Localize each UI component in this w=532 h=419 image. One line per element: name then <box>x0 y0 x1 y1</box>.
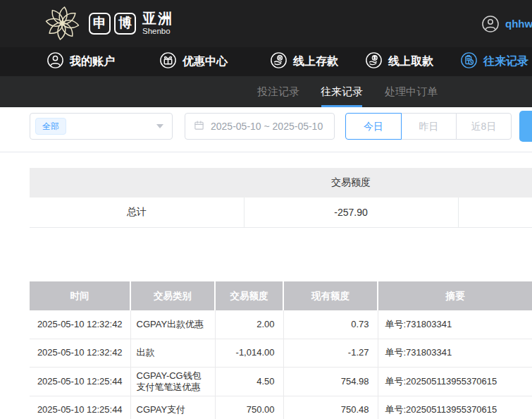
cell-balance: 0.73 <box>283 310 378 339</box>
cell-summary: 单号:202505113955370615 <box>378 396 532 419</box>
col-header-time: 时间 <box>30 281 130 310</box>
logo[interactable]: 申 博 亚洲 Shenbo <box>42 4 173 43</box>
user-avatar-icon <box>481 15 500 33</box>
summary-header-row: 交易额度 <box>30 168 532 198</box>
logo-subtitle: Shenbo <box>142 28 173 36</box>
cell-summary: 单号:731803341 <box>378 310 532 339</box>
logo-char-bo: 博 <box>114 13 136 35</box>
selected-type-tag: 全部 <box>35 118 66 135</box>
nav-item-transactions[interactable]: 往来记录 <box>460 47 528 76</box>
nav-item-label: 线上取款 <box>388 54 433 69</box>
summary-total-label: 总计 <box>30 198 244 227</box>
top-header: 申 博 亚洲 Shenbo qhhw <box>0 0 532 47</box>
cell-type: CGPAY出款优惠 <box>130 310 215 339</box>
account-icon <box>47 51 64 72</box>
summary-header-amount: 交易额度 <box>244 168 458 198</box>
col-header-amount: 交易额度 <box>215 281 283 310</box>
search-button[interactable] <box>519 111 532 142</box>
cell-balance: 750.48 <box>283 396 378 419</box>
records-icon <box>460 51 478 72</box>
tab-transaction-records[interactable]: 往来记录 <box>321 76 363 107</box>
summary-total-value: -257.90 <box>244 198 458 227</box>
summary-empty-cell <box>458 198 532 227</box>
cell-type: 出款 <box>130 339 215 367</box>
nav-item-deposit[interactable]: 线上存款 <box>270 47 338 76</box>
main-nav: 我的账户 优惠中心 <box>0 47 532 76</box>
cell-amount: 2.00 <box>215 310 283 339</box>
col-header-balance: 现有额度 <box>283 281 378 310</box>
user-menu[interactable]: qhhw <box>481 0 532 47</box>
calendar-icon <box>194 120 204 133</box>
table-header-row: 时间 交易类别 交易额度 现有额度 摘要 <box>30 281 532 310</box>
transactions-table: 时间 交易类别 交易额度 现有额度 摘要 2025-05-10 12:32:42… <box>30 281 532 419</box>
cell-time: 2025-05-10 12:32:42 <box>30 310 130 339</box>
nav-item-label: 往来记录 <box>483 54 528 69</box>
cell-time: 2025-05-10 12:32:42 <box>30 339 130 367</box>
summary-header-empty <box>458 168 532 198</box>
cell-summary: 单号:731803341 <box>378 339 532 367</box>
table-row: 2025-05-10 12:25:44 CGPAY支付 750.00 750.4… <box>30 396 532 419</box>
cell-balance: -1.27 <box>283 339 378 367</box>
table-row: 2025-05-10 12:32:42 CGPAY出款优惠 2.00 0.73 … <box>30 310 532 339</box>
quick-date-button-group: 今日 昨日 近8日 <box>345 113 512 140</box>
col-header-type: 交易类别 <box>130 281 215 310</box>
transaction-type-select[interactable]: 全部 <box>30 113 173 140</box>
withdraw-icon <box>365 51 383 72</box>
username: qhhw <box>505 18 532 30</box>
summary-header-empty <box>30 168 244 198</box>
table-row: 2025-05-10 12:25:44 CGPAY-CG钱包支付笔笔送优惠 4.… <box>30 367 532 396</box>
cell-time: 2025-05-10 12:25:44 <box>30 396 130 419</box>
summary-table: 交易额度 总计 -257.90 <box>30 168 532 228</box>
cell-type: CGPAY-CG钱包支付笔笔送优惠 <box>130 367 215 396</box>
filter-separator <box>0 152 532 152</box>
page: 申 博 亚洲 Shenbo qhhw <box>0 0 532 419</box>
nav-item-promotions[interactable]: 优惠中心 <box>159 47 228 76</box>
cell-time: 2025-05-10 12:25:44 <box>30 367 130 396</box>
today-button[interactable]: 今日 <box>345 113 402 140</box>
summary-total-row: 总计 -257.90 <box>30 198 532 227</box>
flower-logo-icon <box>42 4 82 43</box>
nav-item-my-account[interactable]: 我的账户 <box>47 47 115 76</box>
deposit-icon <box>270 51 287 72</box>
cell-amount: -1,014.00 <box>215 339 283 367</box>
col-header-summary: 摘要 <box>378 281 532 310</box>
gift-icon <box>159 51 177 72</box>
nav-item-label: 优惠中心 <box>183 54 228 69</box>
cell-amount: 4.50 <box>215 367 283 396</box>
cell-amount: 750.00 <box>215 396 283 419</box>
tab-betting-records[interactable]: 投注记录 <box>257 76 299 107</box>
nav-item-withdraw[interactable]: 线上取款 <box>365 47 433 76</box>
date-range-picker[interactable]: 2025-05-10 ~ 2025-05-10 <box>185 113 335 140</box>
tab-bar: 投注记录 往来记录 处理中订单 <box>0 76 532 107</box>
chevron-down-icon <box>156 124 163 128</box>
cell-summary: 单号:202505113955370615 <box>378 367 532 396</box>
logo-region: 亚洲 <box>142 11 173 25</box>
cell-type: CGPAY支付 <box>130 396 215 419</box>
nav-item-label: 线上存款 <box>293 54 338 69</box>
tab-pending-orders[interactable]: 处理中订单 <box>385 76 438 107</box>
last-8-days-button[interactable]: 近8日 <box>456 113 512 140</box>
nav-item-label: 我的账户 <box>70 54 115 69</box>
date-range-value: 2025-05-10 ~ 2025-05-10 <box>211 121 323 132</box>
cell-balance: 754.98 <box>283 367 378 396</box>
yesterday-button[interactable]: 昨日 <box>401 113 457 140</box>
table-row: 2025-05-10 12:32:42 出款 -1,014.00 -1.27 单… <box>30 339 532 367</box>
logo-char-shen: 申 <box>89 13 111 35</box>
